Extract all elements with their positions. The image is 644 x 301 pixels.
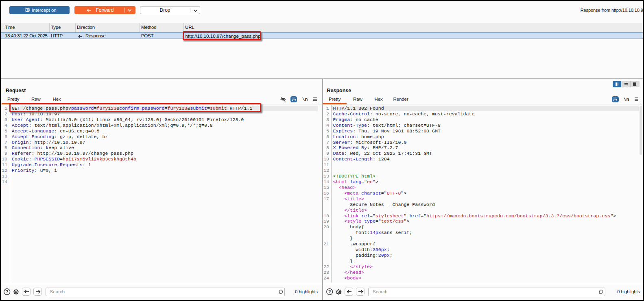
- svg-text:?: ?: [6, 289, 9, 294]
- svg-text:?: ?: [328, 289, 331, 294]
